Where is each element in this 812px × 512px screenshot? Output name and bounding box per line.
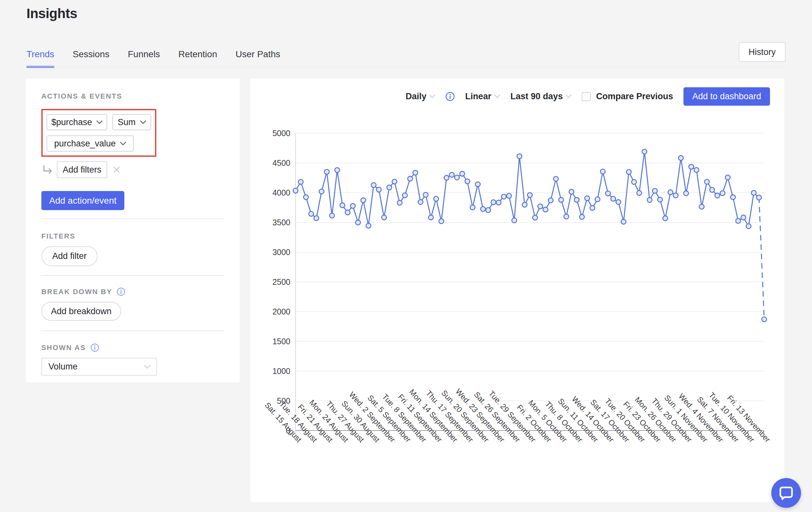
- trends-chart-card: Daily Linear Last 90 days Compare Previo…: [250, 79, 784, 502]
- svg-text:1000: 1000: [272, 367, 290, 376]
- svg-text:1500: 1500: [272, 337, 290, 346]
- page-title: Insights: [27, 6, 77, 21]
- shown-as-select[interactable]: Volume: [41, 358, 157, 376]
- info-icon[interactable]: [90, 343, 99, 352]
- svg-text:2000: 2000: [272, 307, 290, 316]
- event-filters-row: Add filters: [42, 161, 224, 178]
- chevron-down-icon: [140, 120, 146, 124]
- svg-text:2500: 2500: [272, 277, 290, 287]
- event-select[interactable]: $purchase: [47, 114, 107, 130]
- chat-bubble-icon: [778, 485, 794, 501]
- aggregation-select[interactable]: Sum: [112, 114, 151, 130]
- filters-heading: FILTERS: [41, 232, 224, 241]
- tab-user-paths[interactable]: User Paths: [235, 49, 280, 68]
- add-filter-button[interactable]: Add filter: [41, 246, 97, 266]
- insights-tab-bar: Trends Sessions Funnels Retention User P…: [27, 49, 280, 68]
- tab-trends[interactable]: Trends: [27, 49, 54, 68]
- shown-as-heading: SHOWN AS: [41, 344, 86, 352]
- actions-events-heading: ACTIONS & EVENTS: [41, 92, 224, 101]
- nested-arrow-icon: [42, 165, 53, 174]
- tab-sessions[interactable]: Sessions: [73, 49, 110, 68]
- chevron-down-icon: [120, 142, 126, 145]
- svg-text:4000: 4000: [272, 188, 290, 197]
- add-action-event-button[interactable]: Add action/event: [41, 191, 124, 210]
- annotation-highlight-box: $purchase Sum purchase_value: [41, 109, 156, 157]
- chat-widget-button[interactable]: [771, 478, 801, 508]
- chevron-down-icon: [144, 365, 150, 369]
- property-select[interactable]: purchase_value: [47, 135, 134, 152]
- section-divider: [41, 218, 224, 219]
- shown-as-select-value: Volume: [49, 362, 78, 372]
- section-divider: [41, 330, 224, 331]
- event-select-value: $purchase: [51, 117, 92, 127]
- add-breakdown-button[interactable]: Add breakdown: [41, 302, 121, 321]
- section-divider: [41, 275, 224, 276]
- add-filters-button[interactable]: Add filters: [57, 161, 107, 178]
- close-icon[interactable]: [113, 166, 120, 173]
- breakdown-heading: BREAK DOWN BY: [41, 288, 112, 296]
- svg-text:3000: 3000: [272, 248, 290, 257]
- tab-retention[interactable]: Retention: [178, 49, 217, 68]
- svg-text:3500: 3500: [272, 218, 290, 227]
- aggregation-select-value: Sum: [118, 117, 136, 127]
- query-builder-panel: ACTIONS & EVENTS $purchase Sum purchase_…: [26, 79, 240, 382]
- chevron-down-icon: [96, 120, 103, 124]
- tabs-divider: [26, 66, 784, 67]
- history-button[interactable]: History: [739, 42, 785, 62]
- svg-text:4500: 4500: [272, 158, 290, 167]
- property-select-value: purchase_value: [54, 139, 116, 149]
- trends-line-chart: 0500100015002000250030003500400045005000…: [250, 79, 784, 502]
- info-icon[interactable]: [117, 287, 125, 296]
- tab-funnels[interactable]: Funnels: [128, 49, 160, 68]
- svg-text:5000: 5000: [272, 129, 290, 138]
